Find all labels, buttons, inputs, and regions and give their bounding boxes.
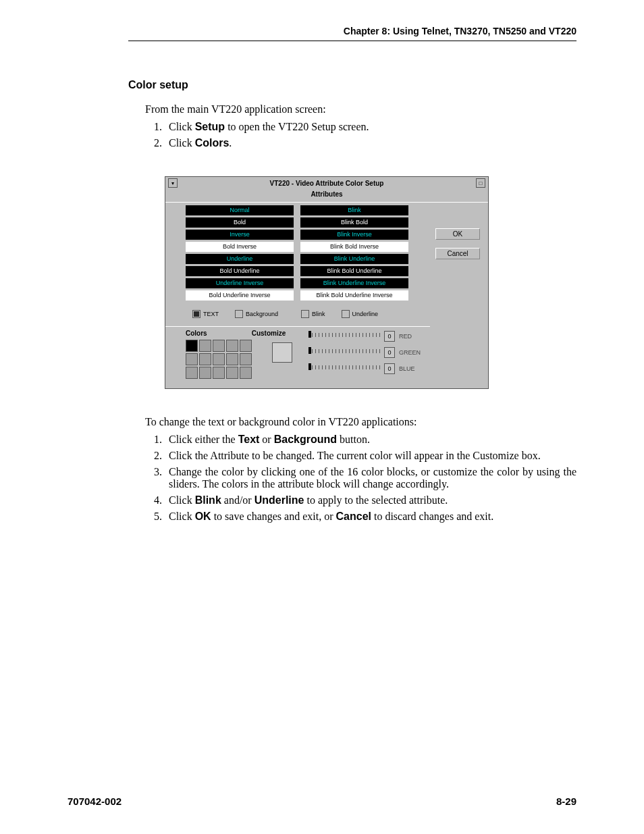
attr-bold[interactable]: Bold [186, 217, 294, 228]
attr-underline[interactable]: Underline [186, 254, 294, 264]
steps-list-1: Click Setup to open the VT220 Setup scre… [149, 121, 576, 149]
attr-blink-bold-inverse[interactable]: Blink Bold Inverse [300, 242, 408, 252]
intro-text: From the main VT220 application screen: [145, 103, 576, 115]
attr-inverse[interactable]: Inverse [186, 230, 294, 240]
footer: 707042-002 8-29 [68, 796, 576, 807]
attributes-grid: Normal Bold Inverse Bold Inverse Underli… [165, 203, 430, 305]
attr-blink[interactable]: Blink [300, 205, 408, 215]
step2-3: Change the color by clicking one of the … [165, 466, 576, 490]
chapter-header: Chapter 8: Using Telnet, TN3270, TN5250 … [128, 26, 576, 41]
maximize-icon[interactable]: □ [476, 178, 485, 188]
step2-4: Click Blink and/or Underline to apply to… [165, 494, 576, 506]
customize-swatch [272, 342, 292, 363]
attr-bold-underline[interactable]: Bold Underline [186, 266, 294, 276]
attr-bold-underline-inverse[interactable]: Bold Underline Inverse [186, 290, 294, 301]
attr-bold-inverse[interactable]: Bold Inverse [186, 242, 294, 252]
radio-indicator-icon [342, 310, 350, 318]
titlebar: ▾ VT220 - Video Attribute Color Setup □ [165, 177, 488, 189]
radio-indicator-icon [301, 310, 309, 318]
page-number: 8-29 [556, 796, 576, 807]
colors-label: Colors [186, 330, 207, 337]
step2-1: Click either the Text or Background butt… [165, 434, 576, 446]
radio-underline[interactable]: Underline [342, 310, 379, 318]
attributes-header: Attributes [165, 189, 488, 203]
attr-blink-underline[interactable]: Blink Underline [300, 254, 408, 264]
cancel-button[interactable]: Cancel [435, 248, 480, 259]
customize-label: Customize [252, 330, 286, 337]
radio-background[interactable]: Background [235, 310, 278, 318]
attr-blink-bold-underline-inverse[interactable]: Blink Bold Underline Inverse [300, 290, 408, 301]
slider-red[interactable]: 0 RED [308, 331, 423, 342]
radio-blink[interactable]: Blink [301, 310, 325, 318]
steps-list-2: Click either the Text or Background butt… [149, 434, 576, 523]
color-palette[interactable] [186, 340, 252, 379]
step2-2: Click the Attribute to be changed. The c… [165, 450, 576, 462]
window-menu-icon[interactable]: ▾ [168, 178, 178, 188]
dialog-screenshot: ▾ VT220 - Video Attribute Color Setup □ … [165, 176, 489, 389]
step2-5: Click OK to save changes and exit, or Ca… [165, 511, 576, 523]
step-2: Click Colors. [165, 137, 576, 149]
radio-indicator-icon [192, 310, 200, 318]
step-1: Click Setup to open the VT220 Setup scre… [165, 121, 576, 133]
attr-blink-bold-underline[interactable]: Blink Bold Underline [300, 266, 408, 276]
radio-row: TEXT Background Blink [165, 305, 430, 327]
dialog-title: VT220 - Video Attribute Color Setup [178, 180, 476, 187]
radio-indicator-icon [235, 310, 243, 318]
section-title: Color setup [128, 79, 576, 91]
slider-green[interactable]: 0 GREEN [308, 347, 423, 358]
slider-blue[interactable]: 0 BLUE [308, 363, 423, 374]
radio-text[interactable]: TEXT [192, 310, 219, 318]
ok-button[interactable]: OK [435, 228, 480, 240]
attr-normal[interactable]: Normal [186, 205, 294, 215]
attr-underline-inverse[interactable]: Underline Inverse [186, 278, 294, 288]
attr-blink-inverse[interactable]: Blink Inverse [300, 230, 408, 240]
doc-number: 707042-002 [68, 796, 122, 807]
attr-blink-bold[interactable]: Blink Bold [300, 217, 408, 228]
para-2: To change the text or background color i… [145, 416, 576, 428]
attr-blink-underline-inverse[interactable]: Blink Underline Inverse [300, 278, 408, 288]
